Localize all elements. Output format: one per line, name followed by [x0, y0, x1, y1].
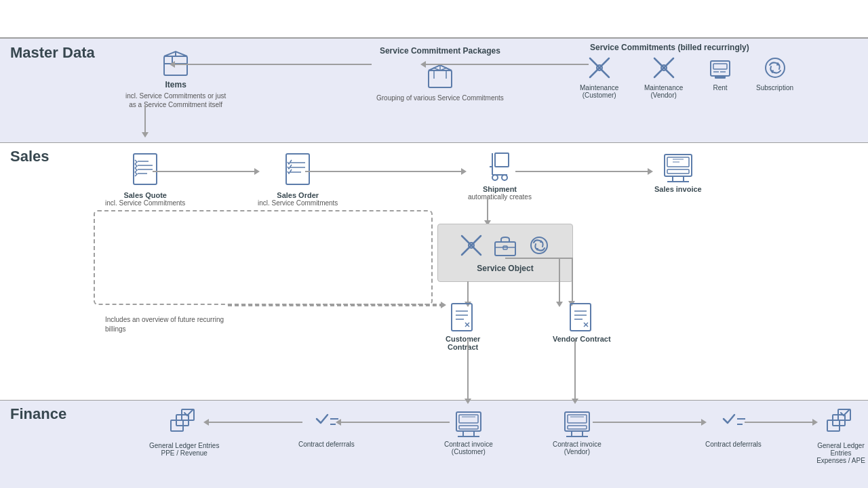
- deferrals-customer-box: Contract deferrrals: [298, 407, 355, 448]
- maintenance-customer-box: Maintenance(Customer): [580, 53, 618, 99]
- vendor-contract-icon: [566, 301, 597, 335]
- invoice-customer-box: Contract invoice(Customer): [444, 407, 493, 455]
- svg-point-49: [531, 237, 547, 253]
- dashed-box: [94, 210, 433, 305]
- maintenance-vendor-box: Maintenance(Vendor): [644, 53, 683, 99]
- arrow-customer-contract-down: [465, 339, 471, 404]
- gl-vendor-label: General Ledger EntriesExpenses / APE: [814, 442, 868, 464]
- gl-customer-icon: [167, 405, 202, 441]
- master-title: Master Data: [10, 44, 95, 62]
- svg-rect-75: [568, 415, 587, 423]
- service-object-box: Service Object: [437, 224, 573, 282]
- finance-title: Finance: [10, 405, 66, 423]
- sales-quote-box: Sales Quote incl. Service Commitments: [105, 150, 185, 207]
- invoice-vendor-icon: [561, 407, 593, 439]
- maintenance-customer-icon: [585, 53, 614, 83]
- svg-rect-64: [459, 426, 478, 429]
- sc-label: Service Commitments (billed recurringly): [590, 41, 749, 53]
- sales-order-sublabel: incl. Service Commitments: [258, 199, 338, 207]
- gl-vendor-box: General Ledger EntriesExpenses / APE: [814, 405, 868, 464]
- subscription-label: Subscription: [756, 84, 793, 92]
- invoice-vendor-box: Contract invoice(Vendor): [553, 407, 601, 455]
- sales-invoice-label: Sales invoice: [654, 185, 702, 193]
- sales-order-box: Sales Order incl. Service Commitments: [258, 150, 338, 207]
- arrow-service-vendor: [556, 258, 563, 307]
- svg-point-33: [502, 175, 507, 180]
- invoice-customer-label: Contract invoice(Customer): [444, 441, 493, 455]
- shipment-sublabel: automatically creates: [468, 193, 532, 201]
- svg-rect-63: [459, 415, 478, 423]
- rent-label: Rent: [713, 84, 727, 92]
- invoice-customer-icon: [452, 407, 485, 439]
- svg-rect-76: [568, 426, 587, 429]
- rent-icon: [705, 53, 735, 83]
- customer-contract-box: CustomerContract: [446, 301, 480, 351]
- maintenance-vendor-label: Maintenance(Vendor): [644, 84, 683, 99]
- svg-point-32: [492, 175, 498, 180]
- arrow-quote-order: [153, 168, 260, 175]
- sales-invoice-box: Sales invoice: [654, 148, 702, 193]
- invoice-vendor-label: Contract invoice(Vendor): [553, 441, 601, 455]
- arrow-service-right-v: [572, 258, 573, 304]
- subscription-box: Subscription: [756, 53, 793, 92]
- packages-label: Service Commitment Packages: [380, 46, 500, 56]
- arrow-order-shipment: [305, 168, 467, 175]
- deferrals-customer-icon: [310, 407, 342, 439]
- arrow-shipment-invoice: [515, 168, 653, 175]
- sales-quote-label: Sales Quote: [123, 191, 167, 199]
- dashed-arrow-h: [228, 304, 443, 305]
- separator-sales-finance: [0, 400, 868, 401]
- arrow-deferrals-gl-vendor: [745, 419, 818, 426]
- service-subscription-icon: [526, 232, 552, 258]
- dashed-arrow-head: [441, 302, 446, 308]
- vendor-contract-label: Vendor Contract: [553, 335, 611, 343]
- svg-point-19: [766, 58, 785, 77]
- sales-invoice-icon: [660, 148, 696, 185]
- sales-quote-sublabel: incl. Service Commitments: [105, 199, 185, 207]
- svg-rect-15: [713, 64, 727, 69]
- packages-icon-box: Service Commitment Packages Grouping of …: [376, 46, 504, 102]
- service-object-label: Service Object: [477, 264, 533, 273]
- arrow-vendor-contract-down: [572, 339, 578, 404]
- top-border: [0, 37, 868, 39]
- arrow-items-down: [142, 105, 149, 138]
- items-label: Items: [165, 80, 186, 89]
- diagram: Master Data Sales Finance Items incl. Se…: [0, 0, 868, 488]
- svg-rect-18: [715, 76, 726, 79]
- service-toolbox-icon: [492, 232, 518, 258]
- packages-sublabel: Grouping of various Service Commitments: [376, 94, 504, 102]
- items-icon-box: Items incl. Service Commitments or justa…: [125, 46, 226, 109]
- arrow-shipment-service-down: [484, 197, 491, 226]
- deferrals-vendor-label: Contract deferrrals: [705, 441, 762, 448]
- dashed-label: Includes an overview of future recurring…: [105, 315, 224, 334]
- arrow-service-right-h: [505, 258, 573, 259]
- gl-customer-box: General Ledger EntriesPPE / Revenue: [149, 405, 219, 457]
- service-wrench-icon: [458, 232, 484, 258]
- maintenance-vendor-icon: [649, 53, 679, 83]
- arrow-items-packages: [170, 61, 372, 68]
- svg-rect-29: [495, 153, 509, 167]
- arrow-packages-sc: [420, 61, 589, 68]
- svg-rect-46: [495, 242, 515, 256]
- sales-title: Sales: [10, 148, 50, 165]
- shipment-icon: [483, 148, 517, 185]
- shipment-label: Shipment: [483, 185, 517, 193]
- gl-customer-label: General Ledger EntriesPPE / Revenue: [149, 442, 219, 457]
- deferrals-customer-label: Contract deferrrals: [298, 441, 355, 448]
- svg-rect-4: [429, 70, 452, 87]
- customer-contract-label: CustomerContract: [446, 335, 480, 351]
- subscription-icon: [760, 53, 790, 83]
- rent-box: Rent: [705, 53, 735, 92]
- svg-rect-37: [667, 169, 689, 174]
- maintenance-customer-label: Maintenance(Customer): [580, 84, 618, 99]
- items-sublabel: incl. Service Commitments or justas a Se…: [125, 92, 226, 109]
- arrow-vendor-invoice-deferrals: [593, 419, 707, 426]
- sales-order-label: Sales Order: [277, 191, 319, 199]
- separator-master-sales: [0, 142, 868, 143]
- customer-contract-icon: [448, 301, 479, 335]
- svg-rect-35: [665, 155, 692, 176]
- deferrals-vendor-box: Contract deferrrals: [705, 407, 762, 448]
- vendor-contract-box: Vendor Contract: [553, 301, 611, 343]
- gl-vendor-icon: [823, 405, 859, 441]
